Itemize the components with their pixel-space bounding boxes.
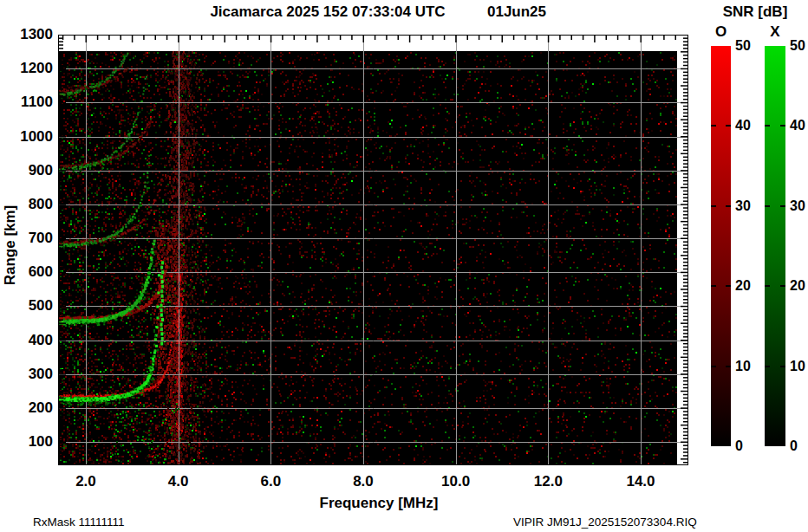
x-tick-label: 6.0 [261,473,282,490]
colorbar-tick-label: 10 [735,358,751,375]
colorbar-tick-label: 30 [790,198,805,215]
y-tick-label: 900 [0,162,53,179]
colorbar-tick-label: 50 [735,37,751,55]
colorbar-tick-label: 50 [790,37,805,55]
y-tick-label: 700 [0,230,53,247]
colorbar-x [765,46,785,446]
y-tick-label: 500 [0,297,53,315]
colorbar-tick-dash [765,285,770,287]
o-mode-label: O [711,23,731,41]
y-tick-label: 200 [0,399,53,417]
colorbar-tick-dash [726,285,731,287]
date-label: 01Jun25 [487,3,546,21]
colorbar-tick-dash [765,366,770,367]
y-tick-label: 1100 [0,94,53,111]
colorbar-tick-dash [726,366,731,367]
colorbar-tick-label: 40 [735,117,751,134]
colorbar-tick-label: 40 [790,117,805,134]
colorbar-tick-dash [780,366,785,367]
filename-label: VIPIR JM91J_2025152073304.RIQ [513,516,697,529]
x-axis-label: Frequency [MHz] [320,495,439,512]
ionogram-plot-canvas [58,35,688,465]
ionogram-figure: Jicamarca 2025 152 07:33:04 UTC 01Jun25 … [0,0,808,532]
colorbar-tick-label: 10 [790,358,805,375]
y-tick-label: 1200 [0,60,53,77]
page-title: Jicamarca 2025 152 07:33:04 UTC [210,3,445,21]
colorbar-tick-dash [780,285,785,287]
colorbar-tick-dash [726,125,731,127]
rxmask-label: RxMask 11111111 [33,516,125,529]
colorbar-title: SNR [dB] [702,3,808,21]
x-tick-label: 2.0 [75,473,96,490]
y-tick-label: 300 [0,366,53,383]
colorbar-tick-dash [711,125,716,127]
x-tick-label: 12.0 [534,473,563,490]
y-tick-label: 1300 [0,26,53,43]
x-tick-label: 4.0 [168,473,189,490]
x-tick-label: 8.0 [353,473,374,490]
colorbar-tick-dash [765,205,770,207]
y-tick-label: 400 [0,332,53,349]
colorbar-tick-label: 0 [790,438,798,455]
colorbar-tick-dash [765,125,770,127]
colorbar-tick-dash [780,125,785,127]
colorbar-tick-label: 0 [735,438,743,455]
x-tick-label: 14.0 [626,473,655,490]
x-tick-label: 10.0 [441,473,470,490]
colorbar-tick-label: 30 [735,198,751,215]
y-tick-label: 1000 [0,128,53,146]
colorbar-tick-label: 20 [790,277,805,295]
x-mode-label: X [765,23,785,41]
colorbar-tick-dash [711,285,716,287]
colorbar-tick-label: 20 [735,277,751,295]
colorbar-tick-dash [780,205,785,207]
colorbar-tick-dash [711,366,716,367]
colorbar-o [711,46,731,446]
y-tick-label: 800 [0,196,53,213]
colorbar-tick-dash [726,205,731,207]
y-tick-label: 100 [0,433,53,451]
colorbar-tick-dash [711,205,716,207]
y-tick-label: 600 [0,263,53,281]
